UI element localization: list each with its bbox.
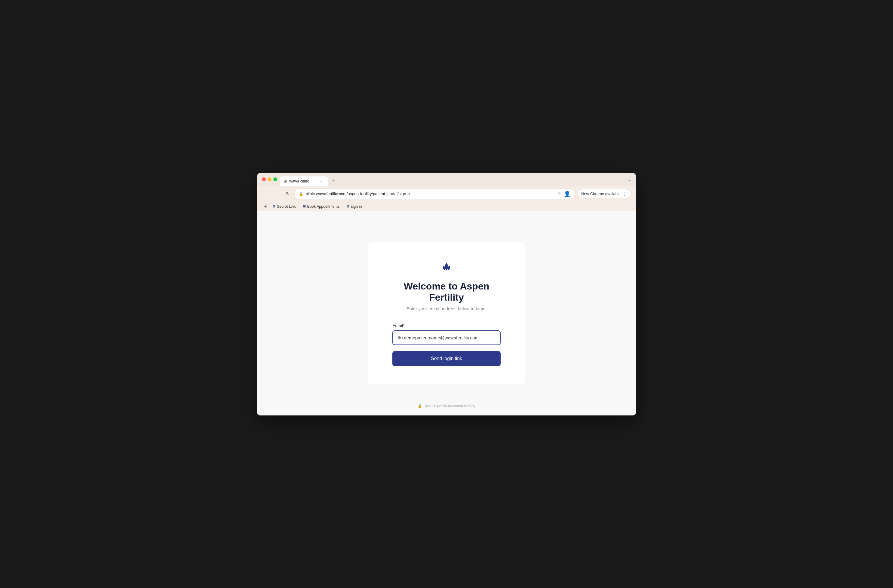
- bookmark-favicon-icon: ⊞: [347, 205, 349, 208]
- account-icon[interactable]: 👤: [564, 191, 570, 197]
- bookmark-book-appointments[interactable]: ⊞ Book Appointments: [300, 203, 343, 210]
- tab-close-button[interactable]: ×: [319, 179, 323, 183]
- new-tab-button[interactable]: +: [329, 176, 337, 185]
- page-content: Welcome to Aspen Fertility Enter your em…: [257, 211, 636, 415]
- tab-expand-button[interactable]: ⌄: [627, 177, 631, 185]
- login-card: Welcome to Aspen Fertility Enter your em…: [368, 242, 525, 384]
- chrome-update-menu-icon[interactable]: ⋮: [622, 191, 627, 197]
- bookmark-sign-in[interactable]: ⊞ sign in: [344, 203, 365, 210]
- bookmark-secret-link[interactable]: ⊞ Secret Link: [270, 203, 299, 210]
- active-tab[interactable]: ⊞ wawa clinic ×: [280, 176, 328, 186]
- bookmark-favicon-icon: ⊞: [303, 205, 306, 208]
- footer: 🔒 Secure portal by wawa fertility: [418, 404, 476, 408]
- page-subtitle: Enter your email address below to login.: [406, 306, 487, 311]
- logo-icon: [439, 260, 454, 276]
- page-title: Welcome to Aspen Fertility: [392, 281, 501, 303]
- tab-title: wawa clinic: [289, 179, 316, 183]
- bookmark-favicon-icon: ⊞: [273, 205, 275, 208]
- minimize-window-button[interactable]: [268, 177, 272, 181]
- bookmarks-bar: ⊞ ⊞ Secret Link ⊞ Book Appointments ⊞ si…: [257, 202, 636, 211]
- apps-grid-icon[interactable]: ⊞: [262, 203, 269, 210]
- email-input[interactable]: [392, 330, 501, 345]
- nav-bar: ← → ↻ 🔒 clinic.wawafertility.com/aspen-f…: [257, 186, 636, 202]
- forward-button[interactable]: →: [273, 190, 281, 198]
- refresh-button[interactable]: ↻: [284, 190, 292, 198]
- browser-window: ⊞ wawa clinic × + ⌄ ← → ↻ 🔒 clinic.wawaf…: [257, 173, 636, 415]
- maximize-window-button[interactable]: [273, 177, 277, 181]
- tab-favicon: ⊞: [284, 179, 287, 183]
- url-text: clinic.wawafertility.com/aspen-fertility…: [306, 191, 555, 196]
- close-window-button[interactable]: [262, 177, 266, 181]
- bookmark-label: sign in: [351, 205, 362, 209]
- bookmark-label: Secret Link: [277, 205, 296, 209]
- bookmark-star-icon[interactable]: ☆: [558, 191, 561, 197]
- email-form-group: Email*: [392, 323, 501, 345]
- tabs-bar: ⊞ wawa clinic × +: [280, 176, 625, 186]
- security-lock-icon: 🔒: [299, 192, 304, 196]
- address-bar[interactable]: 🔒 clinic.wawafertility.com/aspen-fertili…: [295, 188, 575, 199]
- footer-text: Secure portal by wawa fertility: [424, 404, 476, 408]
- chrome-update-banner[interactable]: New Chrome available ⋮: [577, 189, 631, 199]
- title-bar: ⊞ wawa clinic × + ⌄: [257, 173, 636, 186]
- email-label: Email*: [392, 323, 501, 328]
- chrome-update-text: New Chrome available: [581, 191, 621, 196]
- back-button[interactable]: ←: [262, 190, 270, 198]
- footer-lock-icon: 🔒: [418, 404, 422, 408]
- bookmark-label: Book Appointments: [307, 205, 340, 209]
- send-login-link-button[interactable]: Send login link: [392, 351, 501, 366]
- traffic-lights: [262, 177, 277, 185]
